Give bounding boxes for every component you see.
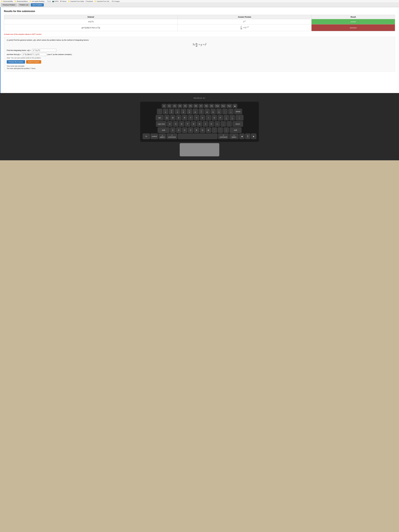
integrating-factor-input[interactable] (32, 49, 56, 52)
key-5[interactable]: %5 (187, 109, 192, 114)
bookmark-apple-reading[interactable]: 📁 com.apple.Reading... (29, 0, 45, 2)
key-2[interactable]: @2 (169, 109, 174, 114)
preview-answers-button[interactable]: Preview My Answers (7, 60, 25, 63)
key-x[interactable]: X (176, 127, 181, 133)
key-option-right[interactable]: alt option (229, 133, 239, 139)
key-3[interactable]: #3 (175, 109, 180, 114)
key-arrow-updown[interactable]: ▲ ▼ (245, 133, 250, 139)
key-t[interactable]: T (188, 115, 193, 120)
bookmark-search[interactable]: 🔍 Q (47, 0, 51, 2)
bookmark-yahoo[interactable]: W Yahoo! (60, 0, 66, 2)
key-backslash[interactable]: |\ (235, 115, 243, 120)
key-d[interactable]: D (179, 121, 184, 127)
key-0[interactable]: )0 (216, 109, 222, 114)
key-e[interactable]: E (176, 115, 181, 120)
key-tab[interactable]: tab (156, 115, 164, 120)
key-delete[interactable]: delete (234, 109, 242, 114)
macbook-label: MacBook Air (3, 97, 396, 99)
key-rbracket[interactable]: }] (230, 115, 235, 120)
key-f10[interactable]: F10 (215, 104, 220, 108)
key-capslock[interactable]: caps lock (156, 121, 166, 127)
key-minus[interactable]: _- (222, 109, 228, 114)
bookmark-espn[interactable]: 📺 ESPN (52, 0, 58, 2)
key-space[interactable] (178, 133, 217, 139)
key-f5[interactable]: F5 (188, 104, 193, 108)
y-solution-input[interactable] (22, 53, 46, 56)
key-p[interactable]: P (218, 115, 223, 120)
bookmark-facebook[interactable]: f Facebook (86, 0, 93, 2)
keyboard-section: MacBook Air fn F1 F2 F3 F4 F5 F6 F7 F8 F… (0, 93, 399, 160)
key-z[interactable]: Z (170, 127, 176, 133)
key-f2[interactable]: F2 (172, 104, 177, 108)
key-g[interactable]: G (191, 121, 196, 127)
key-a[interactable]: A (167, 121, 172, 127)
bookmark-bookmarksbar[interactable]: 📁 BookmarksBar (1, 0, 13, 2)
col-header-preview: Answer Preview (177, 15, 311, 19)
key-shift-right[interactable]: shift (230, 127, 241, 133)
key-arrow-left[interactable]: ◀ (239, 133, 245, 139)
key-lbracket[interactable]: {[ (224, 115, 229, 120)
key-o[interactable]: O (212, 115, 217, 120)
key-b[interactable]: B (194, 127, 199, 133)
key-control[interactable]: control (151, 133, 158, 139)
key-4[interactable]: $4 (181, 109, 186, 114)
key-8[interactable]: *8 (204, 109, 210, 114)
key-f7[interactable]: F7 (199, 104, 203, 108)
key-fn[interactable]: fn (162, 104, 166, 108)
key-slash[interactable]: ?/ (224, 127, 229, 133)
key-q[interactable]: Q (164, 115, 170, 120)
key-s[interactable]: S (173, 121, 178, 127)
key-f1[interactable]: F1 (167, 104, 172, 108)
key-period[interactable]: >. (218, 127, 223, 133)
key-7[interactable]: &7 (199, 109, 204, 114)
key-i[interactable]: I (206, 115, 211, 120)
key-arrow-right[interactable]: ▶ (251, 133, 256, 139)
bookmark-imported-safari[interactable]: 📁 Imported From Safari (68, 0, 84, 2)
key-v[interactable]: V (188, 127, 193, 133)
key-comma[interactable]: <, (212, 127, 217, 133)
key-9[interactable]: (9 (210, 109, 216, 114)
key-shift-left[interactable]: shift (158, 127, 170, 133)
submit-answers-button[interactable]: Submit Answers (26, 60, 41, 63)
key-power[interactable]: ⏏ (233, 104, 237, 108)
key-command-left[interactable]: ⌘ command (167, 133, 177, 139)
key-y[interactable]: Y (194, 115, 199, 120)
key-f11[interactable]: F11 (221, 104, 226, 108)
key-c[interactable]: C (182, 127, 187, 133)
key-semicolon[interactable]: :; (221, 121, 226, 127)
key-return[interactable]: return (233, 121, 243, 127)
key-fn-modifier[interactable]: fn (143, 133, 150, 139)
key-1[interactable]: !1 (163, 109, 168, 114)
next-problem-button[interactable]: Next Problem (31, 3, 44, 6)
key-j[interactable]: J (203, 121, 208, 127)
key-l[interactable]: L (215, 121, 220, 127)
key-backtick[interactable]: ~` (157, 109, 162, 114)
key-6[interactable]: ^6 (193, 109, 198, 114)
key-command-right[interactable]: ⌘ command (218, 133, 229, 139)
trackpad[interactable] (180, 143, 219, 156)
key-m[interactable]: M (206, 127, 211, 133)
key-r[interactable]: R (182, 115, 187, 120)
key-quote[interactable]: "' (227, 121, 232, 127)
bookmark-imported-saf[interactable]: 📁 Imported From Saf... (95, 0, 110, 2)
key-option-left[interactable]: alt option (159, 133, 166, 139)
key-f[interactable]: F (185, 121, 190, 127)
key-h[interactable]: H (197, 121, 202, 127)
problem-list-button[interactable]: Problem List (18, 3, 30, 6)
bookmark-bookmarksmenu[interactable]: 📁 BookmarksMenu (14, 0, 28, 2)
key-f3[interactable]: F3 (177, 104, 182, 108)
key-f12[interactable]: F12 (227, 104, 232, 108)
key-f9[interactable]: F9 (209, 104, 214, 108)
bookmark-g-images[interactable]: G G Images (112, 0, 120, 2)
key-k[interactable]: K (209, 121, 214, 127)
key-n[interactable]: N (200, 127, 205, 133)
browser-chrome: 📁 BookmarksBar 📁 BookmarksMenu 📁 com.app… (0, 0, 399, 7)
key-f4[interactable]: F4 (183, 104, 188, 108)
key-f8[interactable]: F8 (204, 104, 209, 108)
key-w[interactable]: W (170, 115, 176, 120)
key-f6[interactable]: F6 (193, 104, 198, 108)
key-equals[interactable]: += (228, 109, 234, 114)
num-key-row: ~` !1 @2 #3 $4 %5 ^6 &7 *8 (9 )0 _- += d… (142, 109, 257, 114)
key-u[interactable]: U (200, 115, 205, 120)
previous-problem-button[interactable]: Previous Problem (1, 3, 17, 6)
